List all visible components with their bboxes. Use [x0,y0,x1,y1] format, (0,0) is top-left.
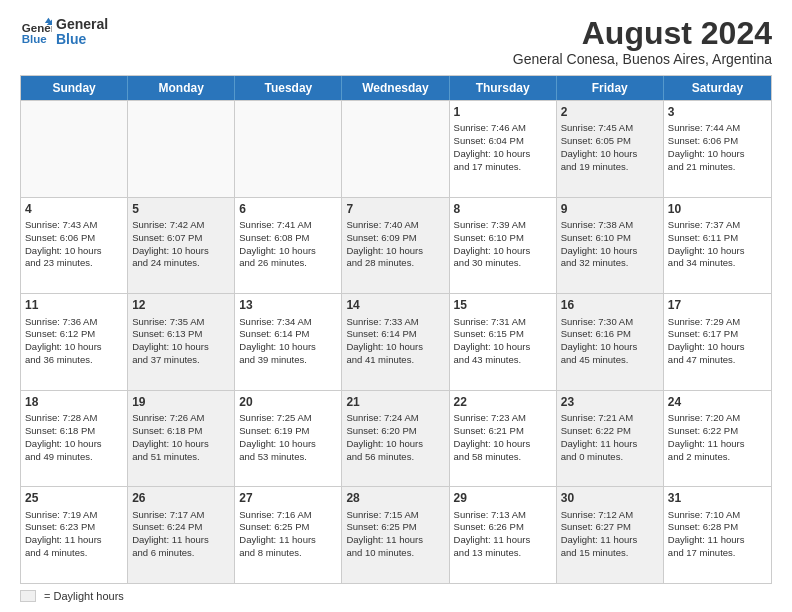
cell-info-line: Sunrise: 7:31 AM [454,316,552,329]
cell-info-line: Sunrise: 7:30 AM [561,316,659,329]
cell-info-line: Sunrise: 7:35 AM [132,316,230,329]
cell-info-line: and 17 minutes. [668,547,767,560]
calendar-cell: 30Sunrise: 7:12 AMSunset: 6:27 PMDayligh… [557,487,664,583]
cell-info-line: and 34 minutes. [668,257,767,270]
cell-info-line: Daylight: 11 hours [239,534,337,547]
calendar-cell: 26Sunrise: 7:17 AMSunset: 6:24 PMDayligh… [128,487,235,583]
cell-info-line: Sunset: 6:24 PM [132,521,230,534]
calendar-cell: 12Sunrise: 7:35 AMSunset: 6:13 PMDayligh… [128,294,235,390]
cell-info-line: Sunrise: 7:33 AM [346,316,444,329]
cell-info-line: Sunset: 6:28 PM [668,521,767,534]
cell-info-line: Sunset: 6:12 PM [25,328,123,341]
calendar-cell: 21Sunrise: 7:24 AMSunset: 6:20 PMDayligh… [342,391,449,487]
day-number: 8 [454,201,552,217]
calendar-cell: 19Sunrise: 7:26 AMSunset: 6:18 PMDayligh… [128,391,235,487]
calendar-cell: 6Sunrise: 7:41 AMSunset: 6:08 PMDaylight… [235,198,342,294]
day-of-week-header: Wednesday [342,76,449,100]
cell-info-line: Daylight: 10 hours [561,245,659,258]
legend-label: = Daylight hours [44,590,124,602]
cell-info-line: and 10 minutes. [346,547,444,560]
cell-info-line: and 21 minutes. [668,161,767,174]
calendar-week: 11Sunrise: 7:36 AMSunset: 6:12 PMDayligh… [21,293,771,390]
cell-info-line: Daylight: 10 hours [25,245,123,258]
day-number: 1 [454,104,552,120]
cell-info-line: Daylight: 10 hours [25,438,123,451]
cell-info-line: Daylight: 11 hours [454,534,552,547]
calendar-cell: 5Sunrise: 7:42 AMSunset: 6:07 PMDaylight… [128,198,235,294]
calendar-cell: 31Sunrise: 7:10 AMSunset: 6:28 PMDayligh… [664,487,771,583]
cell-info-line: Sunrise: 7:15 AM [346,509,444,522]
calendar-cell: 27Sunrise: 7:16 AMSunset: 6:25 PMDayligh… [235,487,342,583]
cell-info-line: Sunrise: 7:34 AM [239,316,337,329]
cell-info-line: Daylight: 10 hours [239,438,337,451]
day-of-week-header: Tuesday [235,76,342,100]
cell-info-line: Daylight: 11 hours [25,534,123,547]
cell-info-line: Sunset: 6:11 PM [668,232,767,245]
cell-info-line: Sunset: 6:07 PM [132,232,230,245]
cell-info-line: and 39 minutes. [239,354,337,367]
cell-info-line: and 36 minutes. [25,354,123,367]
cell-info-line: Sunrise: 7:16 AM [239,509,337,522]
day-number: 20 [239,394,337,410]
cell-info-line: and 26 minutes. [239,257,337,270]
cell-info-line: Sunrise: 7:28 AM [25,412,123,425]
calendar-cell: 24Sunrise: 7:20 AMSunset: 6:22 PMDayligh… [664,391,771,487]
day-number: 12 [132,297,230,313]
calendar-cell [342,101,449,197]
cell-info-line: Sunrise: 7:19 AM [25,509,123,522]
calendar-cell: 7Sunrise: 7:40 AMSunset: 6:09 PMDaylight… [342,198,449,294]
cell-info-line: and 37 minutes. [132,354,230,367]
day-number: 16 [561,297,659,313]
day-of-week-header: Saturday [664,76,771,100]
main-title: August 2024 [513,16,772,51]
calendar-cell [128,101,235,197]
day-number: 2 [561,104,659,120]
cell-info-line: and 56 minutes. [346,451,444,464]
day-number: 7 [346,201,444,217]
cell-info-line: Sunrise: 7:43 AM [25,219,123,232]
calendar-cell: 11Sunrise: 7:36 AMSunset: 6:12 PMDayligh… [21,294,128,390]
calendar-cell: 14Sunrise: 7:33 AMSunset: 6:14 PMDayligh… [342,294,449,390]
cell-info-line: and 41 minutes. [346,354,444,367]
cell-info-line: Daylight: 11 hours [668,438,767,451]
cell-info-line: Sunrise: 7:37 AM [668,219,767,232]
calendar-cell [235,101,342,197]
cell-info-line: and 13 minutes. [454,547,552,560]
page: General Blue General Blue August 2024 Ge… [0,0,792,612]
day-number: 29 [454,490,552,506]
cell-info-line: Sunset: 6:18 PM [132,425,230,438]
cell-info-line: and 58 minutes. [454,451,552,464]
calendar-cell: 25Sunrise: 7:19 AMSunset: 6:23 PMDayligh… [21,487,128,583]
svg-text:Blue: Blue [22,33,48,45]
cell-info-line: Daylight: 10 hours [132,438,230,451]
calendar-cell: 13Sunrise: 7:34 AMSunset: 6:14 PMDayligh… [235,294,342,390]
day-of-week-header: Friday [557,76,664,100]
cell-info-line: Daylight: 10 hours [132,245,230,258]
cell-info-line: and 28 minutes. [346,257,444,270]
day-of-week-header: Thursday [450,76,557,100]
cell-info-line: Daylight: 11 hours [561,438,659,451]
cell-info-line: Sunrise: 7:13 AM [454,509,552,522]
day-number: 15 [454,297,552,313]
cell-info-line: and 45 minutes. [561,354,659,367]
cell-info-line: Daylight: 10 hours [561,341,659,354]
cell-info-line: Sunrise: 7:17 AM [132,509,230,522]
day-number: 26 [132,490,230,506]
calendar-cell: 2Sunrise: 7:45 AMSunset: 6:05 PMDaylight… [557,101,664,197]
cell-info-line: Daylight: 10 hours [454,148,552,161]
day-number: 9 [561,201,659,217]
cell-info-line: Daylight: 10 hours [668,245,767,258]
cell-info-line: Sunset: 6:14 PM [346,328,444,341]
cell-info-line: and 17 minutes. [454,161,552,174]
cell-info-line: Sunrise: 7:36 AM [25,316,123,329]
calendar-cell [21,101,128,197]
cell-info-line: Sunrise: 7:10 AM [668,509,767,522]
cell-info-line: Sunrise: 7:21 AM [561,412,659,425]
cell-info-line: Sunrise: 7:25 AM [239,412,337,425]
cell-info-line: Sunrise: 7:26 AM [132,412,230,425]
cell-info-line: Daylight: 10 hours [454,341,552,354]
day-number: 23 [561,394,659,410]
cell-info-line: Sunset: 6:22 PM [561,425,659,438]
calendar-week: 18Sunrise: 7:28 AMSunset: 6:18 PMDayligh… [21,390,771,487]
cell-info-line: and 4 minutes. [25,547,123,560]
